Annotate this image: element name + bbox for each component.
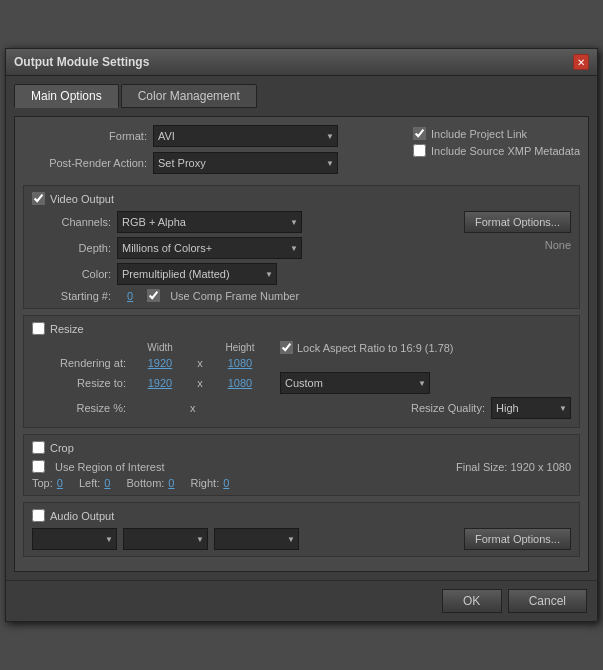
resize-pct-x: x bbox=[190, 402, 196, 414]
depth-row: Depth: Millions of Colors+ bbox=[32, 237, 302, 259]
resize-to-row: Resize to: 1920 x 1080 Custom bbox=[36, 372, 571, 394]
post-render-select[interactable]: Set Proxy bbox=[153, 152, 338, 174]
video-output-label: Video Output bbox=[50, 193, 114, 205]
height-header: Height bbox=[210, 342, 270, 353]
bottom-label: Bottom: bbox=[126, 477, 164, 489]
use-roi-label: Use Region of Interest bbox=[55, 461, 164, 473]
use-roi-checkbox[interactable] bbox=[32, 460, 45, 473]
crop-body: Use Region of Interest Final Size: 1920 … bbox=[32, 460, 571, 489]
color-select[interactable]: Premultiplied (Matted) bbox=[117, 263, 277, 285]
right-label: Right: bbox=[190, 477, 219, 489]
right-coord: Right: 0 bbox=[190, 477, 229, 489]
width-header: Width bbox=[130, 342, 190, 353]
format-left: Format: AVI Post-Render Action: Set Prox… bbox=[23, 125, 397, 179]
top-coord: Top: 0 bbox=[32, 477, 63, 489]
resize-label: Resize bbox=[50, 323, 84, 335]
resize-pct-quality-row: Resize %: x Resize Quality: High bbox=[36, 397, 571, 419]
depth-label: Depth: bbox=[32, 242, 117, 254]
video-output-body: Channels: RGB + Alpha Depth: bbox=[32, 211, 571, 302]
resize-pct-label: Resize %: bbox=[36, 402, 130, 414]
audio-select3-wrap bbox=[214, 528, 299, 550]
left-label: Left: bbox=[79, 477, 100, 489]
bottom-coord: Bottom: 0 bbox=[126, 477, 174, 489]
resize-checkbox[interactable] bbox=[32, 322, 45, 335]
crop-checkbox[interactable] bbox=[32, 441, 45, 454]
top-label: Top: bbox=[32, 477, 53, 489]
audio-output-checkbox[interactable] bbox=[32, 509, 45, 522]
dialog-window: Output Module Settings ✕ Main Options Co… bbox=[5, 48, 598, 622]
resize-to-custom-wrap: Custom bbox=[280, 372, 430, 394]
audio-select-1[interactable] bbox=[32, 528, 117, 550]
crop-coords-row: Top: 0 Left: 0 Bottom: 0 Right: bbox=[32, 477, 571, 489]
top-value[interactable]: 0 bbox=[57, 477, 63, 489]
crop-section: Crop Use Region of Interest Final Size: … bbox=[23, 434, 580, 496]
rendering-at-h[interactable]: 1080 bbox=[210, 357, 270, 369]
format-select-wrap: AVI bbox=[153, 125, 338, 147]
tab-content: Format: AVI Post-Render Action: Set Prox… bbox=[14, 116, 589, 572]
use-comp-frame-checkbox[interactable] bbox=[147, 289, 160, 302]
video-output-header: Video Output bbox=[32, 192, 571, 205]
depth-select-wrap: Millions of Colors+ bbox=[117, 237, 302, 259]
starting-value[interactable]: 0 bbox=[127, 290, 133, 302]
color-select-wrap: Premultiplied (Matted) bbox=[117, 263, 277, 285]
checkboxes-right: Include Project Link Include Source XMP … bbox=[413, 125, 580, 157]
include-project-link-label: Include Project Link bbox=[431, 128, 527, 140]
ok-button[interactable]: OK bbox=[442, 589, 502, 613]
crop-label: Crop bbox=[50, 442, 74, 454]
include-source-xmp-row: Include Source XMP Metadata bbox=[413, 144, 580, 157]
resize-quality-select[interactable]: High bbox=[491, 397, 571, 419]
audio-select2-wrap bbox=[123, 528, 208, 550]
tab-main-options[interactable]: Main Options bbox=[14, 84, 119, 108]
audio-select-3[interactable] bbox=[214, 528, 299, 550]
video-output-checkbox[interactable] bbox=[32, 192, 45, 205]
lock-aspect-checkbox[interactable] bbox=[280, 341, 293, 354]
format-row-group: Format: AVI Post-Render Action: Set Prox… bbox=[23, 125, 580, 179]
lock-aspect-label: Lock Aspect Ratio to 16:9 (1.78) bbox=[297, 342, 454, 354]
bottom-value[interactable]: 0 bbox=[168, 477, 174, 489]
resize-custom-select[interactable]: Custom bbox=[280, 372, 430, 394]
resize-headers-row: Width Height Lock Aspect Ratio to 16:9 (… bbox=[36, 341, 571, 354]
audio-format-options-button[interactable]: Format Options... bbox=[464, 528, 571, 550]
format-options-button[interactable]: Format Options... bbox=[464, 211, 571, 233]
rendering-at-label: Rendering at: bbox=[36, 357, 130, 369]
rendering-at-w[interactable]: 1920 bbox=[130, 357, 190, 369]
starting-label: Starting #: bbox=[32, 290, 117, 302]
depth-select[interactable]: Millions of Colors+ bbox=[117, 237, 302, 259]
resize-to-label: Resize to: bbox=[36, 377, 130, 389]
channels-row: Channels: RGB + Alpha bbox=[32, 211, 302, 233]
resize-to-w[interactable]: 1920 bbox=[130, 377, 190, 389]
dialog-body: Main Options Color Management Format: AV… bbox=[6, 76, 597, 580]
video-output-left: Channels: RGB + Alpha Depth: bbox=[32, 211, 302, 302]
include-project-link-checkbox[interactable] bbox=[413, 127, 426, 140]
format-label: Format: bbox=[23, 130, 153, 142]
audio-select-2[interactable] bbox=[123, 528, 208, 550]
right-value[interactable]: 0 bbox=[223, 477, 229, 489]
left-value[interactable]: 0 bbox=[104, 477, 110, 489]
resize-pct-left: Resize %: x bbox=[36, 402, 196, 414]
resize-to-x: x bbox=[190, 377, 210, 389]
tab-color-management[interactable]: Color Management bbox=[121, 84, 257, 108]
include-project-link-row: Include Project Link bbox=[413, 127, 580, 140]
audio-controls-row: Format Options... bbox=[32, 528, 571, 550]
channels-select-wrap: RGB + Alpha bbox=[117, 211, 302, 233]
video-output-right: Format Options... None bbox=[464, 211, 571, 302]
audio-output-label: Audio Output bbox=[50, 510, 114, 522]
resize-quality-label: Resize Quality: bbox=[411, 402, 485, 414]
color-row: Color: Premultiplied (Matted) bbox=[32, 263, 302, 285]
resize-header: Resize bbox=[32, 322, 571, 335]
include-source-xmp-checkbox[interactable] bbox=[413, 144, 426, 157]
resize-body: Width Height Lock Aspect Ratio to 16:9 (… bbox=[32, 341, 571, 419]
audio-output-section: Audio Output bbox=[23, 502, 580, 557]
channels-select[interactable]: RGB + Alpha bbox=[117, 211, 302, 233]
resize-quality-group: Resize Quality: High bbox=[411, 397, 571, 419]
audio-select1-wrap bbox=[32, 528, 117, 550]
post-render-label: Post-Render Action: bbox=[23, 157, 153, 169]
resize-to-h[interactable]: 1080 bbox=[210, 377, 270, 389]
final-size: Final Size: 1920 x 1080 bbox=[456, 461, 571, 473]
crop-roi-row: Use Region of Interest Final Size: 1920 … bbox=[32, 460, 571, 473]
format-select[interactable]: AVI bbox=[153, 125, 338, 147]
use-comp-frame-label: Use Comp Frame Number bbox=[170, 290, 299, 302]
close-button[interactable]: ✕ bbox=[573, 54, 589, 70]
cancel-button[interactable]: Cancel bbox=[508, 589, 587, 613]
resize-custom-select-wrap: Custom bbox=[280, 372, 430, 394]
